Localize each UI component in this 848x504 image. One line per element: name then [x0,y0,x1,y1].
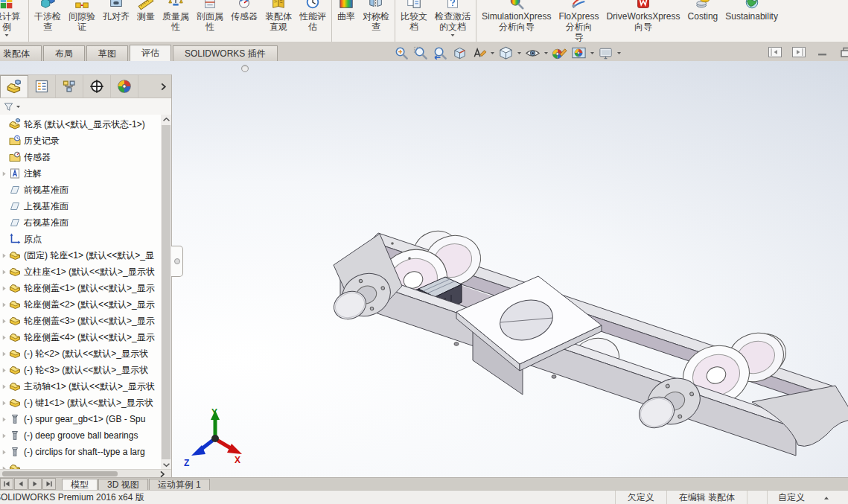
tree-item-component[interactable]: (-) 轮<2> (默认<<默认>_显示状 [0,345,161,362]
expand-icon[interactable] [1,449,7,456]
mass-properties-button[interactable]: 质量属性 [159,0,193,42]
tree-item-top-plane[interactable]: 上视基准面 [0,198,161,214]
tab-model[interactable]: 模型 [62,479,98,491]
tree-root-assembly[interactable]: 轮系 (默认<默认_显示状态-1>) [0,116,161,133]
tree-item-component[interactable]: 轮座侧盖<1> (默认<<默认>_显示 [0,280,161,296]
zoom-to-fit-button[interactable] [392,45,411,61]
dropdown-arrow-icon[interactable] [4,34,10,37]
annotation-views-button[interactable] [470,45,488,61]
tab-motion-study-1[interactable]: 运动算例 1 [149,479,210,491]
tree-item-component[interactable]: (-) circlips for shaft--type a larg [0,444,161,460]
filter-dropdown-icon[interactable] [16,105,21,109]
tree-item-component[interactable]: (-) 轮<3> (默认<<默认>_显示状 [0,362,161,378]
next-tab-button[interactable] [28,478,42,490]
scrollbar-thumb[interactable] [2,471,118,476]
expand-icon[interactable] [1,367,7,374]
section-properties-button[interactable]: 剖面属性 [193,0,227,42]
measure-button[interactable]: 测量 [133,0,159,42]
expand-icon[interactable] [1,252,7,259]
tree-item-component[interactable]: 主动轴<1> (默认<<默认>_显示状 [0,378,161,395]
simulationxpress-button[interactable]: SimulationXpress分析向导 [478,0,555,42]
expand-icon[interactable] [1,285,7,292]
dropdown-arrow-icon[interactable] [450,34,456,37]
previous-view-button[interactable] [431,45,450,61]
panel-tabs-overflow-button[interactable] [155,75,171,98]
apply-scene-button[interactable] [570,45,588,61]
pushpin-dot-icon[interactable] [241,65,249,72]
view-orientation-button[interactable] [497,45,515,61]
costing-button[interactable]: Costing [684,0,722,42]
expand-icon[interactable] [1,170,7,177]
hide-show-items-button[interactable] [523,45,542,61]
tab-dimxpertmanager[interactable] [83,75,111,98]
performance-evaluation-button[interactable]: 性能评估 [296,0,330,42]
tree-item-component[interactable]: (-) deep groove ball bearings [0,427,161,444]
tab-displaymanager[interactable] [111,75,138,98]
annotation-views-dropdown[interactable] [489,45,496,61]
tree-item-annotations[interactable]: 注解 [0,165,161,182]
tab-evaluate[interactable]: 评估 [130,45,171,61]
customize-expand-button[interactable] [815,496,838,500]
tree-item-component[interactable]: (-) spur gear_gb<1> (GB - Spu [0,411,161,427]
filter-funnel-icon[interactable] [3,101,14,112]
hole-alignment-button[interactable]: 孔对齐 [99,0,133,42]
expand-icon[interactable] [1,433,7,439]
tab-configurationmanager[interactable] [56,75,83,98]
view-settings-button[interactable] [596,45,615,61]
clearance-verify-button[interactable]: 间隙验证 [65,0,99,42]
tree-item-origin[interactable]: 原点 [0,231,161,247]
collapse-right-pane-button[interactable] [791,45,807,59]
tab-sketch[interactable]: 草图 [86,45,128,61]
tree-vertical-scrollbar[interactable] [161,115,171,470]
curvature-button[interactable]: 曲率 [334,0,359,42]
expand-icon[interactable] [1,351,7,357]
tree-item-sensors[interactable]: 传感器 [0,149,161,165]
edit-appearance-button[interactable] [550,45,569,61]
previous-tab-button[interactable] [14,478,28,490]
expand-icon[interactable] [1,302,7,308]
expand-icon[interactable] [1,269,7,275]
driveworksxpress-button[interactable]: DriveWorksXpress向导 [602,0,683,42]
assembly-visualization-button[interactable]: 装配体直观 [261,0,296,42]
scroll-up-button[interactable] [161,115,171,124]
tree-item-component[interactable]: 立柱座<1> (默认<<默认>_显示状 [0,264,161,280]
sustainability-button[interactable]: Sustainability [721,0,782,42]
zoom-to-area-button[interactable] [412,45,430,61]
floxpress-button[interactable]: FloXpress分析向导 [555,0,602,42]
tree-item-component[interactable]: 轮座侧盖<4> (默认<<默认>_显示 [0,329,161,345]
tab-featuremanager-design-tree[interactable] [0,75,28,98]
tab-assembly[interactable]: 装配体 [0,45,42,61]
minimize-button[interactable] [814,45,831,59]
tab-solidworks-addins[interactable]: SOLIDWORKS 插件 [173,45,278,61]
restore-button[interactable] [838,45,848,59]
symmetry-check-button[interactable]: 对称检查 [359,0,393,42]
customize-button[interactable]: 自定义 [768,491,815,504]
compare-documents-button[interactable]: 比较文档 [397,0,431,42]
first-tab-button[interactable] [0,478,13,490]
expand-icon[interactable] [1,400,7,406]
tab-propertymanager[interactable] [28,75,56,98]
last-tab-button[interactable] [42,478,56,490]
tree-item-right-plane[interactable]: 右视基准面 [0,214,161,231]
expand-icon[interactable] [1,318,7,325]
expand-icon[interactable] [1,416,7,423]
tree-item-component[interactable]: (固定) 轮座<1> (默认<<默认>_显 [0,247,161,264]
apply-scene-dropdown[interactable] [589,45,596,61]
collapse-left-pane-button[interactable] [767,45,783,59]
section-view-button[interactable] [450,45,469,61]
expand-icon[interactable] [1,334,7,341]
design-study-button[interactable]: 设计算 例 [0,0,27,42]
check-active-document-button[interactable]: 检查激活的文档 [431,0,474,42]
tab-layout[interactable]: 布局 [43,45,85,61]
tree-item-component[interactable]: (-) 键1<1> (默认<<默认>_显示状 [0,395,161,411]
tree-item-component[interactable]: 轮座侧盖<3> (默认<<默认>_显示 [0,313,161,329]
expand-icon[interactable] [1,383,7,390]
panel-splitter-handle[interactable] [171,246,183,277]
tab-3d-views[interactable]: 3D 视图 [98,479,148,491]
scrollbar-thumb[interactable] [162,125,170,459]
hide-show-items-dropdown[interactable] [543,45,549,61]
tree-item-front-plane[interactable]: 前视基准面 [0,182,161,198]
interference-check-button[interactable]: 干涉检查 [31,0,65,42]
sensor-button[interactable]: 传感器 [227,0,261,42]
tree-item-history[interactable]: 历史记录 [0,133,161,149]
